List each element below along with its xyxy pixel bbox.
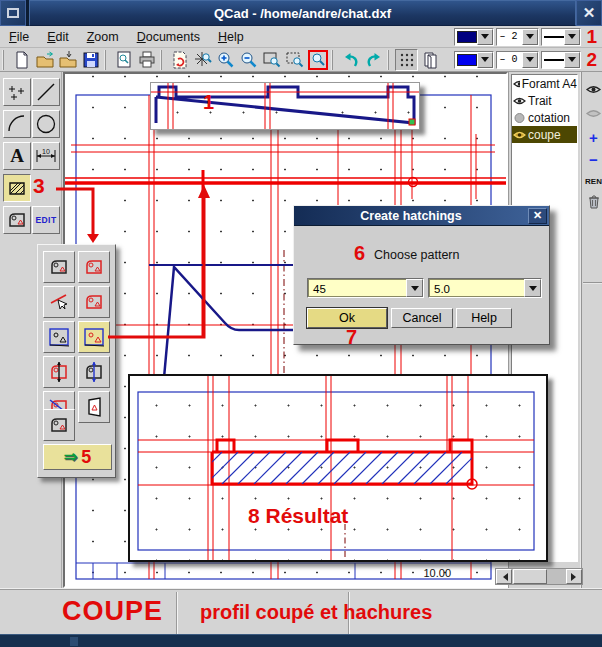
zoom-previous-icon <box>308 50 328 70</box>
zoom-inset-profile: 1 <box>150 82 420 130</box>
pen1-linestyle-combo[interactable] <box>541 28 581 46</box>
window-icon <box>7 8 19 18</box>
deselect-contour-button[interactable] <box>78 286 110 318</box>
scrollbar-thumb[interactable] <box>513 569 547 584</box>
menu-documents[interactable]: Documents <box>128 28 209 46</box>
menu-help[interactable]: Help <box>209 28 253 46</box>
layer-hide-button[interactable] <box>584 104 602 123</box>
select-intersected-button[interactable] <box>43 356 75 388</box>
edit-mode-button[interactable]: EDIT <box>32 206 60 234</box>
main-toolbar: – 0 2 <box>0 48 602 72</box>
zoom-in-button[interactable] <box>214 49 237 71</box>
window-menu-button[interactable] <box>0 0 26 26</box>
select-intersected-icon <box>49 362 69 382</box>
selection-popup-toolbar: ⇒ 5 <box>37 244 116 478</box>
pen2-color-combo[interactable] <box>454 51 494 69</box>
main-area: A 10 EDIT <box>0 72 602 588</box>
zoom-auto-button[interactable] <box>191 49 214 71</box>
dimension-tool-button[interactable]: 10 <box>32 142 60 170</box>
line-style-preview <box>544 59 564 61</box>
print-button[interactable] <box>135 49 158 71</box>
zoom-out-button[interactable] <box>237 49 260 71</box>
views-button[interactable] <box>418 49 441 71</box>
layer-add-button[interactable]: + <box>584 128 602 147</box>
chevron-down-icon[interactable] <box>406 279 423 297</box>
zoom-window-button[interactable] <box>260 49 283 71</box>
new-file-icon <box>12 50 32 70</box>
eye-icon <box>513 130 526 140</box>
circle-tool-button[interactable] <box>32 110 60 138</box>
menu-zoom[interactable]: Zoom <box>78 28 128 46</box>
layer-row-coupe[interactable]: coupe <box>512 126 577 143</box>
open-file-button[interactable] <box>33 49 56 71</box>
text-tool-button[interactable]: A <box>3 142 31 170</box>
scroll-right-button[interactable] <box>566 569 582 584</box>
layer-remove-button[interactable]: − <box>584 150 602 169</box>
layer-show-button[interactable] <box>584 80 602 99</box>
chevron-down-icon[interactable] <box>522 29 538 45</box>
redraw-button[interactable] <box>168 49 191 71</box>
cancel-button[interactable]: Cancel <box>391 308 453 328</box>
horizontal-scrollbar[interactable] <box>495 568 583 585</box>
zoom-pan-button[interactable] <box>283 49 306 71</box>
scale-combo[interactable]: 5.0 <box>428 278 542 298</box>
select-contour-button[interactable] <box>43 286 75 318</box>
close-button[interactable]: ✕ <box>576 0 602 26</box>
deselect-intersected-button[interactable] <box>78 356 110 388</box>
chevron-down-icon[interactable] <box>522 52 538 68</box>
points-icon <box>6 81 28 103</box>
help-button[interactable]: Help <box>456 308 512 328</box>
chevron-down-icon[interactable] <box>564 29 580 45</box>
select-tool-button[interactable] <box>3 206 31 234</box>
save-as-button[interactable] <box>56 49 79 71</box>
zoom-out-icon <box>239 50 259 70</box>
pen1-color-combo[interactable] <box>454 28 494 46</box>
deselect-entity-button[interactable] <box>78 251 110 283</box>
ok-button[interactable]: Ok <box>307 308 387 328</box>
undo-button[interactable] <box>339 49 362 71</box>
annotation-7: 7 <box>346 326 357 349</box>
select-all-button[interactable] <box>43 409 75 441</box>
points-tool-button[interactable] <box>3 78 31 106</box>
new-file-button[interactable] <box>10 49 33 71</box>
print-preview-button[interactable] <box>112 49 135 71</box>
eye-closed-icon <box>586 108 601 119</box>
dimension-icon: 10 <box>34 145 58 167</box>
chevron-down-icon[interactable] <box>564 52 580 68</box>
pen2-width-combo[interactable]: – 0 <box>496 51 539 69</box>
select-window-button[interactable] <box>43 321 75 353</box>
popup-back-button[interactable]: ⇒ 5 <box>43 444 112 470</box>
grid-icon <box>398 51 416 69</box>
pen2-color-swatch <box>457 54 477 66</box>
dialog-close-button[interactable]: ✕ <box>528 208 547 224</box>
menu-file[interactable]: File <box>0 28 38 46</box>
deselect-intersected-icon <box>84 362 104 382</box>
status-description-label: profil coupé et hachures <box>200 601 432 624</box>
grid-toggle-button[interactable] <box>395 49 418 71</box>
hatch-tool-button[interactable] <box>3 174 31 202</box>
layer-rename-button[interactable]: REN <box>584 172 602 191</box>
pen2-linestyle-combo[interactable] <box>541 51 581 69</box>
toolbar-separator <box>331 50 337 70</box>
zoom-previous-button[interactable] <box>306 49 329 71</box>
chevron-down-icon[interactable] <box>477 52 493 68</box>
redo-button[interactable] <box>362 49 385 71</box>
dialog-title-bar[interactable]: Create hatchings ✕ <box>294 206 549 226</box>
line-tool-button[interactable] <box>32 78 60 106</box>
arc-tool-button[interactable] <box>3 110 31 138</box>
save-button[interactable] <box>79 49 102 71</box>
chevron-down-icon[interactable] <box>477 29 493 45</box>
menu-edit[interactable]: Edit <box>38 28 78 46</box>
select-entity-button[interactable] <box>43 251 75 283</box>
layer-row-cotation[interactable]: cotation <box>512 109 577 126</box>
pen1-width-combo[interactable]: – 2 <box>496 28 539 46</box>
select-layer-button[interactable] <box>78 391 110 423</box>
deselect-window-button[interactable] <box>78 321 110 353</box>
scroll-left-button[interactable] <box>496 569 512 584</box>
zoom-inset-result: 8 Résultat <box>128 374 548 562</box>
layer-delete-button[interactable] <box>584 192 602 211</box>
chevron-down-icon[interactable] <box>524 279 541 297</box>
layer-row-trait[interactable]: Trait <box>512 92 577 109</box>
pattern-combo[interactable]: 45 <box>307 278 424 298</box>
layer-row-format[interactable]: Foramt A4 <box>512 75 577 92</box>
